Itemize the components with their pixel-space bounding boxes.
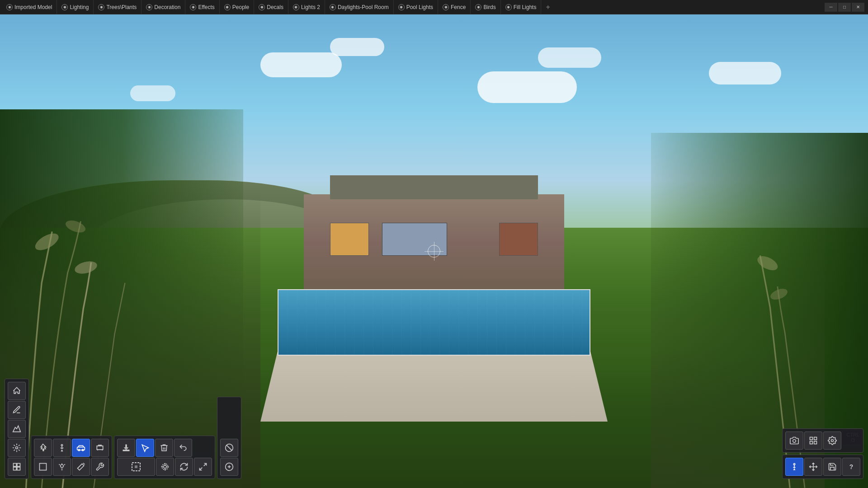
tab-icon-imported-model: ◉	[6, 4, 13, 10]
tab-icon-pool-lights: ◉	[398, 4, 405, 10]
minimize-button[interactable]: ─	[825, 3, 837, 12]
tree-button[interactable]	[34, 439, 52, 457]
wrench-button[interactable]	[91, 458, 109, 476]
tab-icon-decals: ◉	[259, 4, 265, 10]
tab-decals[interactable]: ◉Decals	[254, 0, 288, 14]
settings-right-button[interactable]	[823, 432, 841, 450]
add-tab-button[interactable]: +	[541, 0, 554, 14]
extra-btn-1[interactable]	[220, 439, 238, 457]
tab-people[interactable]: ◉People	[220, 0, 254, 14]
tab-pool-lights[interactable]: ◉Pool Lights	[394, 0, 438, 14]
tab-label-daylights-pool-room: Daylights-Pool Room	[338, 4, 389, 10]
tab-decoration[interactable]: ◉Decoration	[142, 0, 185, 14]
extra-row-3	[220, 458, 238, 476]
arrows-button[interactable]	[804, 458, 822, 476]
grid-button[interactable]	[804, 432, 822, 450]
tab-icon-trees-plants: ◉	[98, 4, 104, 10]
object-row-1	[34, 439, 109, 457]
swimming-pool	[278, 289, 590, 356]
svg-rect-32	[810, 441, 813, 444]
tab-label-imported-model: Imported Model	[14, 4, 52, 10]
svg-rect-31	[814, 437, 817, 440]
bottom-toolbar	[5, 379, 243, 479]
tab-label-decoration: Decoration	[154, 4, 180, 10]
transform-row-2	[117, 458, 212, 476]
snap-button[interactable]	[156, 458, 174, 476]
tab-icon-lights2: ◉	[293, 4, 299, 10]
extra-row-2	[220, 439, 238, 457]
tab-trees-plants[interactable]: ◉Trees\Plants	[94, 0, 142, 14]
svg-line-25	[226, 445, 232, 450]
tab-fill-lights[interactable]: ◉Fill Lights	[501, 0, 542, 14]
furniture-button[interactable]	[91, 439, 109, 457]
bounding-box-button[interactable]	[117, 458, 155, 476]
svg-point-19	[162, 464, 168, 469]
nav-row-3	[8, 420, 26, 438]
svg-point-3	[755, 253, 780, 273]
svg-rect-8	[14, 467, 17, 470]
tab-icon-fill-lights: ◉	[505, 4, 512, 10]
terrain-button[interactable]	[8, 420, 26, 438]
nav-row-1	[8, 382, 26, 400]
tab-lighting[interactable]: ◉Lighting	[57, 0, 94, 14]
undo-button[interactable]	[174, 439, 192, 457]
svg-point-15	[61, 465, 64, 468]
tab-label-fill-lights: Fill Lights	[514, 4, 537, 10]
maximize-button[interactable]: □	[838, 3, 851, 12]
close-button[interactable]: ✕	[852, 3, 864, 12]
light-button[interactable]	[53, 458, 71, 476]
svg-rect-33	[814, 441, 817, 444]
figure-button[interactable]	[785, 458, 803, 476]
svg-point-10	[61, 445, 62, 446]
import-button[interactable]	[117, 439, 135, 457]
cloud	[260, 52, 342, 77]
expand-button[interactable]	[194, 458, 212, 476]
tab-label-lighting: Lighting	[70, 4, 89, 10]
delete-button[interactable]	[155, 439, 173, 457]
box-button[interactable]	[34, 458, 52, 476]
tab-icon-effects: ◉	[190, 4, 196, 10]
tab-lights2[interactable]: ◉Lights 2	[288, 0, 325, 14]
viewport-crosshair	[428, 245, 440, 258]
paint-button[interactable]	[8, 401, 26, 419]
tab-effects[interactable]: ◉Effects	[185, 0, 219, 14]
car-button[interactable]	[72, 439, 90, 457]
wand-button[interactable]	[72, 458, 90, 476]
select-button[interactable]	[136, 439, 154, 457]
cloud	[538, 47, 601, 68]
extra-row-1	[220, 400, 238, 438]
effects-button[interactable]	[8, 439, 26, 457]
nav-row-2	[8, 401, 26, 419]
right-top-panel	[782, 428, 863, 453]
cloud	[709, 62, 781, 84]
extra-panel	[217, 397, 241, 479]
svg-rect-6	[14, 464, 17, 467]
help-button[interactable]: ?	[842, 458, 860, 476]
tab-imported-model[interactable]: ◉Imported Model	[2, 0, 57, 14]
camera-button[interactable]	[785, 432, 803, 450]
patio-walkway	[260, 351, 608, 422]
svg-rect-7	[17, 464, 20, 467]
tab-icon-people: ◉	[224, 4, 231, 10]
svg-point-18	[164, 465, 167, 469]
tab-icon-fence: ◉	[443, 4, 449, 10]
save-button[interactable]	[823, 458, 841, 476]
tab-label-people: People	[232, 4, 249, 10]
home-button[interactable]	[8, 382, 26, 400]
tab-fence[interactable]: ◉Fence	[438, 0, 471, 14]
cloud	[130, 85, 175, 101]
tab-label-fence: Fence	[451, 4, 466, 10]
tab-daylights-pool-room[interactable]: ◉Daylights-Pool Room	[325, 0, 394, 14]
person-button[interactable]	[53, 439, 71, 457]
svg-rect-9	[17, 467, 20, 470]
rotate-button[interactable]	[175, 458, 193, 476]
tab-icon-decoration: ◉	[146, 4, 152, 10]
object-view-button[interactable]	[8, 458, 26, 476]
tab-birds[interactable]: ◉Birds	[471, 0, 500, 14]
svg-rect-30	[810, 437, 813, 440]
extra-btn-2[interactable]	[220, 458, 238, 476]
tab-label-decals: Decals	[267, 4, 283, 10]
house-roof	[330, 175, 538, 199]
object-panel	[31, 436, 112, 479]
right-toolbar: ?	[782, 428, 863, 479]
